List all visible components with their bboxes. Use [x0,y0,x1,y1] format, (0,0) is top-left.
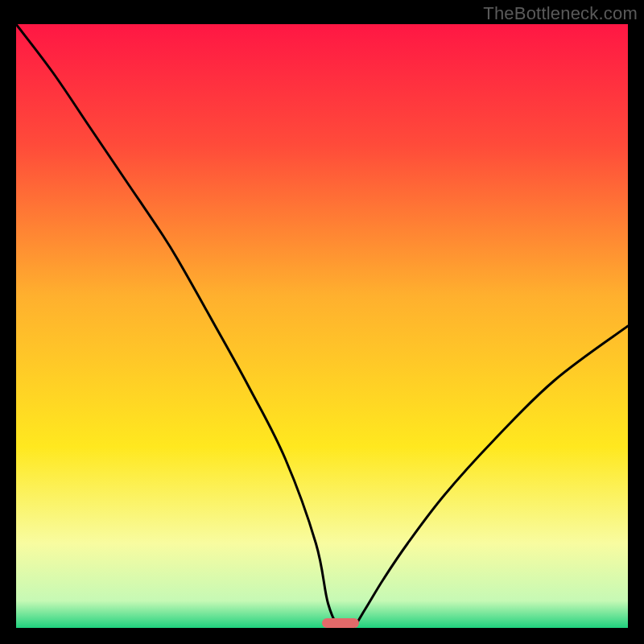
chart-frame: TheBottleneck.com [0,0,644,644]
optimal-marker [322,618,359,628]
watermark-text: TheBottleneck.com [483,3,638,24]
gradient-rect [16,24,628,628]
chart-svg [16,24,628,628]
plot-area [16,24,628,628]
